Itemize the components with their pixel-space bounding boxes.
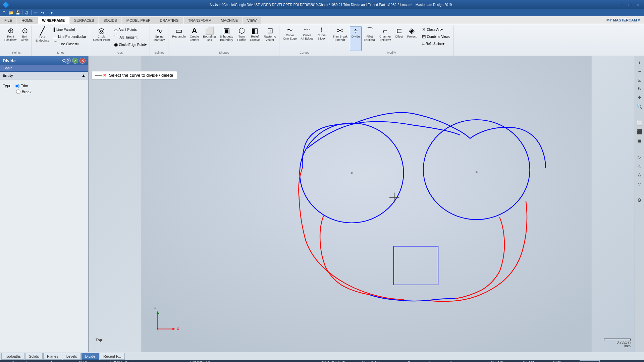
drawing-canvas[interactable]: Y X: [89, 56, 644, 352]
qat-extra[interactable]: ▾: [49, 10, 55, 16]
raster-to-vector-button[interactable]: ⊡ Raster toVector: [262, 26, 278, 51]
relief-groove-button[interactable]: ◧ ReliefGroove: [248, 26, 262, 51]
status-btn-3[interactable]: ⊞: [625, 361, 633, 362]
rp-rotate[interactable]: ↻: [636, 85, 643, 93]
tab-recent-f[interactable]: Recent F...: [100, 353, 125, 360]
status-btn-1[interactable]: ⊕: [608, 361, 615, 362]
rp-settings[interactable]: ⚙: [636, 196, 643, 204]
tab-drafting[interactable]: DRAFTING: [155, 17, 183, 24]
line-closest-button[interactable]: ⌒ Line Closest▾: [51, 40, 88, 48]
restore-button[interactable]: □: [627, 1, 633, 8]
my-mastercam-button[interactable]: MY MASTERCAM ▾: [602, 17, 644, 24]
rp-pan[interactable]: ✥: [636, 94, 643, 101]
rp-minus[interactable]: −: [636, 68, 643, 75]
circle-center-point-button[interactable]: ◎ CircleCenter Point: [91, 26, 111, 51]
trim-radio[interactable]: [15, 84, 19, 88]
trim-break-label[interactable]: TRIM/BREAK MANY: [190, 361, 218, 362]
panel-help-button[interactable]: ?: [65, 58, 71, 64]
close-arc-button[interactable]: ✕ Close Arc▾: [420, 26, 452, 33]
combine-views-button[interactable]: ⊞ Combine Views: [420, 33, 452, 40]
tab-home[interactable]: HOME: [17, 17, 37, 24]
spline-manual-button[interactable]: ∿ SplineManual▾: [152, 26, 167, 51]
tab-divide[interactable]: Divide: [82, 353, 99, 360]
divide-button[interactable]: ÷ Divide: [350, 26, 362, 51]
point-position-button[interactable]: ⊕ PointPosition▾: [3, 26, 18, 51]
line-parallel-button[interactable]: ∥ Line Parallel: [51, 26, 88, 33]
coord-y: Y: 7.34818: [429, 361, 444, 362]
rp-btn-b[interactable]: ◁: [636, 162, 643, 170]
trim-radio-label[interactable]: Trim: [15, 84, 28, 88]
create-letters-button[interactable]: A CreateLetters: [188, 26, 201, 51]
close-button[interactable]: ✕: [635, 1, 641, 8]
tab-solids[interactable]: Solids: [25, 353, 43, 360]
left-panel: Divide ◇ ? ✓ ✕ Basic Entity ▲ Type: Trim: [0, 56, 89, 352]
cube-trim-label[interactable]: CUBE TRIM: [79, 361, 96, 362]
qat-redo[interactable]: ↪: [40, 10, 46, 16]
panel-ok-button[interactable]: ✓: [72, 58, 78, 64]
line-endpoints-button[interactable]: ╱ LineEndpoints: [34, 26, 51, 51]
arc-tangent-button[interactable]: ⌒ Arc Tangent: [112, 34, 148, 41]
solid-edge-label[interactable]: SOLID EDGE AWARENESS: [110, 361, 150, 362]
qat-print[interactable]: 🖨: [24, 10, 30, 16]
panel-title: Divide: [3, 58, 16, 63]
tab-wireframe[interactable]: WIREFRAME: [38, 17, 69, 24]
refit-spline-button[interactable]: ⌗ Refit Spline▾: [420, 40, 452, 47]
rectangle-button[interactable]: ▭ Rectangle: [170, 26, 187, 51]
qat-undo[interactable]: ↩: [33, 10, 39, 16]
project-button[interactable]: ◈ Project: [406, 26, 418, 51]
rp-zoom-in[interactable]: 🔍: [636, 103, 643, 110]
panel-cancel-button[interactable]: ✕: [79, 58, 86, 64]
curve-one-edge-button[interactable]: 〜 CurveOne Edge: [281, 26, 299, 51]
bolt-circle-button[interactable]: ⊙ BoltCircle: [19, 26, 30, 51]
rp-btn-c[interactable]: △: [636, 171, 643, 178]
chamfer-entities-button[interactable]: ⌐ ChamferEntities▾: [378, 26, 393, 51]
tab-transform[interactable]: TRANSFORM: [184, 17, 216, 24]
tab-model-prep[interactable]: MODEL PREP: [122, 17, 155, 24]
status-btn-2[interactable]: ⊡: [616, 361, 624, 362]
minimize-button[interactable]: ─: [619, 1, 625, 8]
arc-3-points-button[interactable]: ⌓ Arc 3 Points: [112, 26, 148, 33]
fillet-entities-button[interactable]: ⌒ FilletEntities▾: [362, 26, 377, 51]
rp-view-top[interactable]: ⬛: [636, 128, 643, 135]
curves-group-label: Curves: [300, 51, 309, 55]
turn-profile-button[interactable]: ⬡ TurnProfile: [235, 26, 248, 51]
tab-solids[interactable]: SOLIDS: [99, 17, 121, 24]
bounding-box-button[interactable]: ⬜ BoundingBox: [201, 26, 217, 51]
prompt-arrow: ✕: [95, 73, 106, 78]
break-radio-label[interactable]: Break: [16, 89, 32, 94]
offset-button[interactable]: ⊏ Offset: [393, 26, 405, 51]
status-btn-4[interactable]: ≡: [634, 361, 641, 362]
ribbon-group-lines: ╱ LineEndpoints ∥ Line Parallel ⊥ Line P…: [33, 25, 89, 56]
rp-view-side[interactable]: ▣: [636, 137, 643, 144]
main-area: Divide ◇ ? ✓ ✕ Basic Entity ▲ Type: Trim: [0, 56, 644, 352]
rp-btn-d[interactable]: ▽: [636, 180, 643, 187]
break-radio[interactable]: [16, 89, 20, 94]
silhouette-boundary-button[interactable]: ▣ SilhouetteBoundary: [218, 26, 235, 51]
qat-new[interactable]: 🗋: [1, 10, 7, 16]
all-trim-label[interactable]: ALL TRIM: [51, 361, 64, 362]
entity-section-header[interactable]: Entity ▲: [0, 72, 88, 79]
tab-file[interactable]: FILE: [0, 17, 16, 24]
qat-save[interactable]: 💾: [15, 10, 21, 16]
circle-edge-point-button[interactable]: ◉ Circle Edge Point▾: [112, 41, 148, 48]
panel-basic-tab[interactable]: Basic: [0, 65, 88, 72]
qat-open[interactable]: 📂: [8, 10, 14, 16]
curve-one-edge-icon: 〜: [287, 27, 293, 33]
rp-btn-a[interactable]: ▷: [636, 154, 643, 161]
rp-plus[interactable]: +: [636, 59, 643, 66]
tab-planes[interactable]: Planes: [43, 353, 62, 360]
curve-all-edges-button[interactable]: 〰 CurveAll Edges: [299, 26, 315, 51]
tab-view[interactable]: VIEW: [243, 17, 261, 24]
line-perpendicular-button[interactable]: ⊥ Line Perpendicular: [51, 33, 88, 40]
rp-zoom-fit[interactable]: ⊡: [636, 76, 643, 84]
trim-break-extend-button[interactable]: ✂ Trim BreakExtend▾: [331, 26, 349, 51]
panel-expand[interactable]: ◇: [62, 58, 63, 64]
tab-machine[interactable]: MACHINE: [216, 17, 242, 24]
rp-view-front[interactable]: ⬜: [636, 119, 643, 127]
tab-surfaces[interactable]: SURFACES: [70, 17, 98, 24]
tab-levels[interactable]: Levels: [63, 353, 81, 360]
bottom-tabs: Toolpaths Solids Planes Levels Divide Re…: [0, 352, 644, 360]
tab-toolpaths[interactable]: Toolpaths: [1, 353, 24, 360]
viewport[interactable]: ✕ Select the curve to divide / delete Au…: [89, 56, 644, 352]
curve-slice-button[interactable]: ⌇ CurveSlice▾: [316, 26, 328, 51]
